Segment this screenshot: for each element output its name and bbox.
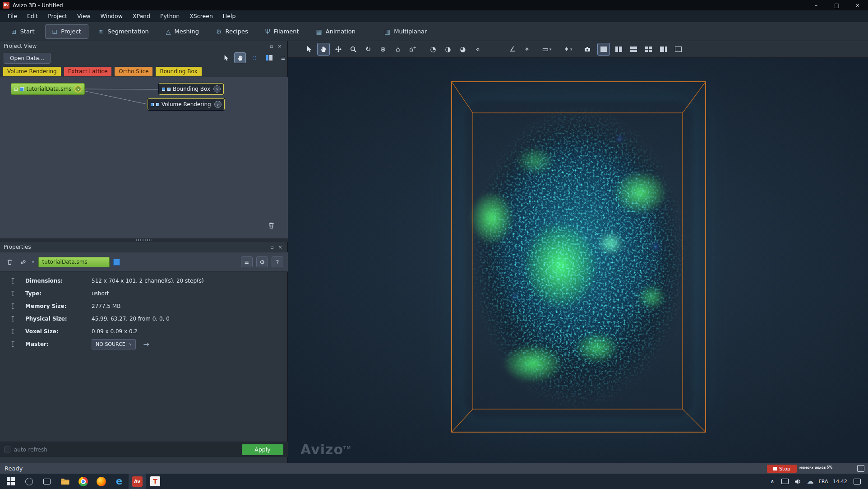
file-explorer-button[interactable] xyxy=(56,474,74,489)
float-panel-icon[interactable]: ▫ xyxy=(268,43,276,49)
vp-rotate-ccw-button[interactable]: ◕ xyxy=(457,43,469,56)
help-button[interactable]: ? xyxy=(272,256,283,267)
float-panel-icon[interactable]: ▫ xyxy=(268,244,276,250)
volume-tray-button[interactable] xyxy=(792,474,803,489)
vp-layout-frame-button[interactable] xyxy=(672,43,684,56)
clock[interactable]: 14:42 xyxy=(831,474,849,489)
tab-project[interactable]: ⊡ Project xyxy=(45,24,88,39)
vp-layout-single-button[interactable] xyxy=(597,43,610,56)
close-panel-icon[interactable]: × xyxy=(276,43,284,49)
vp-measure-angle-button[interactable]: ∠ xyxy=(506,43,519,56)
menu-python[interactable]: Python xyxy=(155,11,185,21)
pin-toggle[interactable] xyxy=(0,290,25,297)
language-indicator[interactable]: FRA xyxy=(816,474,831,489)
layout-columns-button[interactable] xyxy=(263,52,275,63)
vp-translate-button[interactable] xyxy=(332,43,345,56)
remove-module-button[interactable] xyxy=(5,257,14,267)
onedrive-tray-button[interactable]: ☁ xyxy=(805,474,816,489)
module-chip-ortho-slice[interactable]: Ortho Slice xyxy=(115,67,152,76)
vp-trackball-button[interactable]: ⊕ xyxy=(377,43,389,56)
select-tool-button[interactable] xyxy=(220,52,231,63)
t-app-button[interactable]: T xyxy=(147,474,164,489)
connection-port-icon[interactable]: › xyxy=(214,101,222,108)
module-name-field[interactable]: tutorialData.sms xyxy=(38,257,110,267)
menu-xscreen[interactable]: XScreen xyxy=(185,11,218,21)
tab-filament[interactable]: Ψ Filament xyxy=(259,25,306,38)
tab-animation[interactable]: ▦ Animation xyxy=(309,25,363,38)
menu-project[interactable]: Project xyxy=(43,11,72,21)
module-chip-bounding-box[interactable]: Bounding Box xyxy=(156,67,201,76)
close-panel-icon[interactable]: × xyxy=(276,244,284,250)
network-tray-button[interactable] xyxy=(780,474,790,489)
vp-collapse-toolbar-button[interactable]: « xyxy=(471,43,484,56)
vp-rotate-cw-button[interactable]: ◑ xyxy=(442,43,454,56)
snap-grid-button[interactable]: ∷ xyxy=(249,52,260,63)
avizo-taskbar-button[interactable]: Av xyxy=(129,474,146,489)
chevron-down-icon[interactable]: ∨ xyxy=(32,260,35,264)
data-color-swatch[interactable] xyxy=(113,259,120,265)
connection-port-icon[interactable]: › xyxy=(74,85,82,93)
menu-file[interactable]: File xyxy=(3,11,22,21)
tab-multiplanar[interactable]: ▥ Multiplanar xyxy=(378,25,434,38)
settings-button[interactable]: ⚙ xyxy=(256,256,268,267)
node-graph-canvas[interactable]: ⊟ tutorialData.sms › Bounding Box › Volu… xyxy=(0,77,288,238)
menu-window[interactable]: Window xyxy=(96,11,128,21)
pin-toggle[interactable] xyxy=(0,278,25,284)
port-list-button[interactable]: ≡ xyxy=(241,256,253,267)
chrome-button[interactable] xyxy=(74,474,92,489)
module-chip-volume-rendering[interactable]: Volume Rendering xyxy=(3,67,61,76)
vp-measure-button[interactable]: ▭ ▾ xyxy=(538,43,556,56)
vp-set-home-button[interactable]: ⌂ + xyxy=(406,43,419,56)
vp-snapshot-button[interactable] xyxy=(581,43,594,56)
tray-expand-button[interactable]: ∧ xyxy=(767,474,778,489)
task-view-button[interactable] xyxy=(38,474,55,489)
pin-toggle[interactable] xyxy=(0,341,25,347)
tab-start[interactable]: ⊞ Start xyxy=(5,25,42,38)
edge-button[interactable]: e xyxy=(111,474,128,489)
panel-splitter[interactable] xyxy=(0,238,288,242)
minimize-button[interactable]: – xyxy=(806,0,826,10)
vp-home-button[interactable]: ⌂ xyxy=(392,43,404,56)
auto-refresh-checkbox[interactable] xyxy=(5,447,10,452)
vp-layout-two-rows-button[interactable] xyxy=(627,43,640,56)
pin-toggle[interactable] xyxy=(0,316,25,322)
open-data-button[interactable]: Open Data... xyxy=(4,53,51,64)
vp-seek-button[interactable]: ◔ xyxy=(427,43,439,56)
volume-rendering-view[interactable] xyxy=(451,81,706,433)
stop-button[interactable]: Stop xyxy=(767,465,797,473)
vp-zoom-button[interactable] xyxy=(347,43,360,56)
start-button[interactable] xyxy=(2,474,19,489)
console-toggle-button[interactable] xyxy=(857,465,864,472)
collapse-node-icon[interactable]: ⊟ xyxy=(14,87,18,92)
vp-pan-button[interactable] xyxy=(317,43,330,56)
node-tutorialdata[interactable]: ⊟ tutorialData.sms › xyxy=(11,83,85,95)
menu-help[interactable]: Help xyxy=(218,11,241,21)
close-button[interactable]: × xyxy=(847,0,868,10)
pin-toggle[interactable] xyxy=(0,328,25,335)
tab-recipes[interactable]: ⚙ Recipes xyxy=(209,25,255,38)
vp-wand-button[interactable]: ✦ ▾ xyxy=(559,43,577,56)
apply-button[interactable]: Apply xyxy=(242,444,283,455)
vp-probe-button[interactable]: ⌖ xyxy=(521,43,533,56)
connect-arrow-icon[interactable]: → xyxy=(143,340,149,349)
menu-view[interactable]: View xyxy=(72,11,96,21)
tab-segmentation[interactable]: ≋ Segmentation xyxy=(92,25,156,38)
pin-toggle[interactable] xyxy=(0,303,25,309)
maximize-button[interactable]: □ xyxy=(826,0,847,10)
tab-meshing[interactable]: △ Meshing xyxy=(159,25,206,38)
vp-rotate-button[interactable]: ↻ xyxy=(362,43,374,56)
vp-select-button[interactable] xyxy=(302,43,315,56)
vp-layout-grid-button[interactable] xyxy=(642,43,655,56)
pan-tool-button[interactable] xyxy=(234,52,246,63)
viewport-3d[interactable]: AvizoTM xyxy=(288,58,868,463)
node-bounding-box[interactable]: Bounding Box › xyxy=(159,83,224,95)
module-chip-extract-lattice[interactable]: Extract Lattice xyxy=(64,67,112,76)
search-button[interactable] xyxy=(20,474,37,489)
link-button[interactable] xyxy=(18,257,28,267)
connection-port-icon[interactable]: › xyxy=(213,85,221,93)
menu-edit[interactable]: Edit xyxy=(22,11,43,21)
delete-node-button[interactable] xyxy=(266,220,276,230)
node-volume-rendering[interactable]: Volume Rendering › xyxy=(148,98,225,110)
master-source-dropdown[interactable]: NO SOURCE ∨ xyxy=(92,339,136,349)
menu-xpand[interactable]: XPand xyxy=(128,11,155,21)
